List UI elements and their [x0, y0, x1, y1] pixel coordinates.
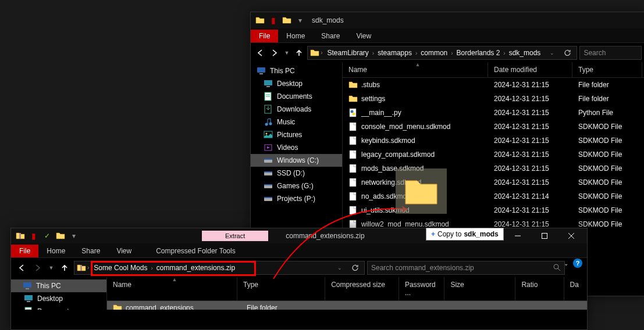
file-list[interactable]: Name▲ Type Compressed size Password ... …	[107, 277, 587, 310]
qat-dropdown-icon[interactable]: ▾	[294, 15, 306, 26]
col-name[interactable]: Name▲	[343, 62, 488, 77]
breadcrumb[interactable]: steamapps	[374, 48, 415, 58]
addr-dropdown[interactable]: ⌄	[545, 46, 559, 60]
sidebar-item[interactable]: Desktop	[251, 77, 342, 90]
up-button[interactable]	[58, 261, 72, 275]
drive-icon	[264, 194, 273, 203]
cell-date: 2024-12-31 21:15	[488, 163, 572, 174]
col-type[interactable]: Type	[572, 62, 642, 77]
sidebar-item[interactable]: Pictures	[251, 128, 342, 141]
cell-date: 2024-12-31 21:15	[488, 80, 572, 90]
sidebar-item[interactable]: Windows (C:)	[251, 154, 342, 167]
breadcrumb[interactable]: Some Cool Mods	[90, 263, 151, 273]
expand-ribbon-icon[interactable]: ⌄	[564, 260, 568, 267]
back-button[interactable]	[254, 46, 266, 60]
ribbon-tabs: File Home Share View Compressed Folder T…	[11, 243, 587, 257]
cell-type: File folder	[572, 94, 642, 104]
address-bar[interactable]: › Some Cool Mods›command_extensions.zip …	[74, 261, 365, 275]
tab-share[interactable]: Share	[73, 245, 108, 257]
breadcrumb[interactable]: Borderlands 2	[453, 48, 504, 58]
tab-home[interactable]: Home	[38, 245, 73, 257]
col-password[interactable]: Password ...	[399, 277, 444, 300]
qat-item[interactable]	[281, 15, 293, 26]
refresh-button[interactable]	[348, 261, 362, 275]
svg-rect-22	[80, 265, 82, 271]
breadcrumb[interactable]: SteamLibrary	[323, 48, 372, 58]
sort-indicator-icon: ▲	[415, 62, 421, 67]
sidebar-item[interactable]: Downloads	[251, 103, 342, 116]
up-button[interactable]	[293, 46, 305, 60]
drive-icon	[264, 168, 273, 178]
qat-check[interactable]: ✓	[41, 230, 53, 242]
sidebar-item[interactable]: SSD (D:)	[251, 167, 342, 180]
addr-dropdown[interactable]: ⌄	[333, 261, 347, 275]
picture-icon	[264, 130, 273, 139]
back-button[interactable]	[15, 261, 29, 275]
refresh-button[interactable]	[560, 46, 574, 60]
col-name[interactable]: Name▲	[107, 277, 237, 300]
table-row[interactable]: command_extensionsFile folder	[107, 301, 587, 310]
col-compressed[interactable]: Compressed size	[325, 277, 399, 300]
table-row[interactable]: .stubs2024-12-31 21:15File folder	[343, 78, 644, 92]
sort-indicator-icon: ▲	[172, 277, 177, 282]
maximize-button[interactable]	[531, 228, 558, 244]
recent-dropdown[interactable]: ▼	[47, 261, 55, 275]
tab-home[interactable]: Home	[278, 30, 313, 42]
tab-share[interactable]: Share	[313, 30, 348, 42]
table-row[interactable]: settings2024-12-31 21:15File folder	[343, 92, 644, 106]
search-input[interactable]: Search	[579, 46, 642, 60]
help-icon[interactable]: ?	[573, 259, 582, 268]
col-date[interactable]: Date modified	[488, 62, 572, 77]
file-name: settings	[361, 95, 385, 103]
forward-button[interactable]	[269, 46, 281, 60]
tab-file[interactable]: File	[11, 245, 38, 257]
col-size[interactable]: Size	[444, 277, 515, 300]
close-button[interactable]	[558, 228, 585, 244]
titlebar[interactable]: ▮ ▾ sdk_mods	[251, 12, 644, 28]
tab-view[interactable]: View	[108, 245, 140, 257]
table-row[interactable]: keybinds.sdkmod2024-12-31 21:15SDKMOD Fi…	[343, 134, 644, 148]
col-type[interactable]: Type	[237, 277, 325, 300]
cell-type: SDKMOD File	[572, 121, 642, 132]
col-ratio[interactable]: Ratio	[515, 277, 564, 300]
qat-dropdown-icon[interactable]: ▾	[68, 230, 80, 242]
sidebar-item[interactable]: Videos	[251, 141, 342, 154]
sidebar-item[interactable]: Games (G:)	[251, 180, 342, 192]
table-row[interactable]: __main__.py2024-12-31 21:15Python File	[343, 106, 644, 120]
contextual-extract[interactable]: Extract	[202, 231, 268, 241]
cell-date: 2024-12-31 21:15	[488, 94, 572, 104]
sidebar-item[interactable]: Documents	[251, 90, 342, 103]
sidebar-item[interactable]: Projects (P:)	[251, 192, 342, 205]
sidebar-this-pc[interactable]: This PC	[11, 279, 106, 292]
folder-icon	[348, 94, 358, 103]
sidebar-item[interactable]: Music	[251, 116, 342, 128]
breadcrumb[interactable]: common	[417, 48, 451, 58]
qat-item[interactable]	[55, 230, 66, 242]
table-row[interactable]: mods_base.sdkmod2024-12-31 21:15SDKMOD F…	[343, 162, 644, 175]
sidebar-item[interactable]: Desktop	[11, 292, 106, 305]
table-row[interactable]: ui_utils.sdkmod2024-12-31 21:15SDKMOD Fi…	[343, 203, 644, 217]
chevron-right-icon[interactable]: ›	[87, 264, 89, 271]
sidebar-item[interactable]: Documents	[11, 305, 106, 310]
drive-icon	[264, 181, 273, 191]
address-bar[interactable]: › SteamLibrary›steamapps›common›Borderla…	[307, 46, 577, 60]
forward-button[interactable]	[31, 261, 45, 275]
breadcrumb[interactable]: sdk_mods	[506, 48, 545, 58]
file-name: console_mod_menu.sdkmod	[361, 123, 450, 131]
tab-file[interactable]: File	[251, 30, 278, 42]
sidebar-label: This PC	[270, 67, 295, 75]
recent-dropdown[interactable]: ▼	[283, 46, 290, 60]
table-row[interactable]: console_mod_menu.sdkmod2024-12-31 21:15S…	[343, 120, 644, 134]
table-row[interactable]: legacy_compat.sdkmod2024-12-31 21:15SDKM…	[343, 148, 644, 162]
table-row[interactable]: networking.sdkmod2024-12-31 21:15SDKMOD …	[343, 175, 644, 189]
chevron-right-icon[interactable]: ›	[321, 49, 322, 56]
table-row[interactable]: no_ads.sdkmod2024-12-31 21:14SDKMOD File	[343, 189, 644, 203]
minimize-button[interactable]	[504, 228, 531, 244]
breadcrumb[interactable]: command_extensions.zip	[153, 263, 239, 273]
sidebar-this-pc[interactable]: This PC	[251, 64, 342, 77]
search-input[interactable]: Search command_extensions.zip	[367, 261, 565, 275]
col-date[interactable]: Da	[564, 277, 587, 300]
cell-name: keybinds.sdkmod	[343, 135, 488, 146]
tab-view[interactable]: View	[348, 30, 379, 42]
tab-compressed-tools[interactable]: Compressed Folder Tools	[148, 245, 244, 257]
